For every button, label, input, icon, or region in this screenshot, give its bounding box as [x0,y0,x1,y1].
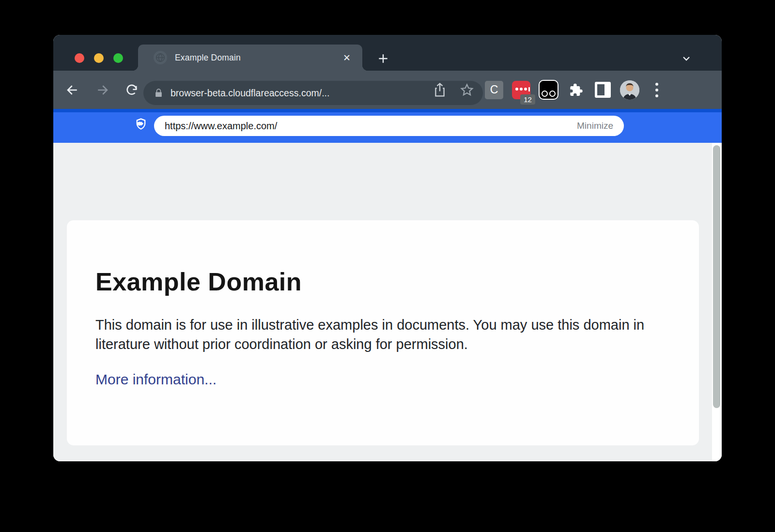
example-domain-card: Example Domain This domain is for use in… [67,220,699,445]
lock-icon [154,88,163,98]
tab-example-domain[interactable]: Example Domain ✕ [138,45,362,71]
browser-window: Example Domain ✕ [53,35,722,461]
profile-avatar[interactable] [616,76,643,104]
isolated-url-value: https://www.example.com/ [165,121,577,132]
browser-toolbar: browser-beta.cloudflareaccess.com/... C [53,71,722,109]
reload-button[interactable] [121,79,142,101]
extension-c-icon[interactable]: C [480,76,508,104]
isolated-url-input[interactable]: https://www.example.com/ Minimize [154,116,624,136]
scrollbar-track[interactable] [712,143,722,461]
extension-goggles-icon[interactable] [535,76,562,104]
isolation-shield-icon [134,117,146,129]
share-button[interactable] [426,76,453,104]
password-dots-icon [515,87,530,91]
side-panel-button[interactable] [589,76,616,104]
extensions-puzzle-icon[interactable] [562,76,589,104]
minimize-bar-button[interactable]: Minimize [577,121,613,131]
page-paragraph: This domain is for use in illustrative e… [95,315,652,354]
minimize-window-button[interactable] [94,53,104,63]
macos-window-controls [75,53,123,63]
tab-search-chevron-down-icon[interactable] [678,51,695,66]
page-heading: Example Domain [95,267,699,297]
bookmark-star-button[interactable] [453,76,480,104]
extension-red-dots-icon[interactable]: 12 [508,76,535,104]
zoom-window-button[interactable] [113,53,123,63]
isolation-url-bar: https://www.example.com/ Minimize [53,109,722,143]
tab-strip: Example Domain ✕ [53,35,722,71]
new-tab-button[interactable] [375,50,391,67]
extension-count-badge: 12 [520,94,535,105]
globe-favicon-icon [154,51,167,64]
kebab-menu-icon[interactable] [643,76,670,104]
address-bar-url: browser-beta.cloudflareaccess.com/... [170,88,329,99]
page-viewport: Example Domain This domain is for use in… [53,143,722,461]
scrollbar-thumb[interactable] [713,145,720,408]
close-window-button[interactable] [75,53,84,63]
toolbar-actions: C 12 [426,71,670,109]
back-button[interactable] [62,79,83,101]
tab-title: Example Domain [175,53,340,63]
tab-close-icon[interactable]: ✕ [340,51,354,64]
more-information-link[interactable]: More information... [95,371,217,388]
forward-button[interactable] [92,79,113,101]
